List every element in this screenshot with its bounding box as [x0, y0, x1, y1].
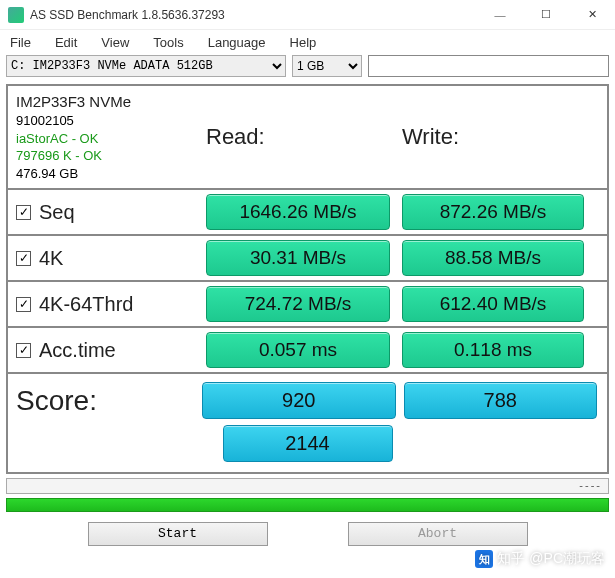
menu-edit[interactable]: Edit [55, 35, 77, 50]
title-bar: AS SSD Benchmark 1.8.5636.37293 — ☐ ✕ [0, 0, 615, 30]
results-panel: IM2P33F3 NVMe 91002105 iaStorAC - OK 797… [6, 84, 609, 474]
menu-bar: File Edit View Tools Language Help [0, 30, 615, 54]
device-name: IM2P33F3 NVMe [16, 92, 131, 112]
header-read: Read: [206, 124, 265, 150]
4k64-label: 4K-64Thrd [39, 293, 134, 316]
progress-area: ---- [6, 478, 609, 512]
size-select[interactable]: 1 GB [292, 55, 362, 77]
menu-file[interactable]: File [10, 35, 31, 50]
score-read: 920 [202, 382, 396, 419]
acc-checkbox[interactable]: ✓ [16, 343, 31, 358]
toolbar: C: IM2P33F3 NVMe ADATA 512GB 1 GB [0, 54, 615, 82]
menu-tools[interactable]: Tools [153, 35, 183, 50]
device-serial: 91002105 [16, 112, 74, 130]
start-button[interactable]: Start [88, 522, 268, 546]
4k-read: 30.31 MB/s [206, 240, 390, 276]
minimize-button[interactable]: — [477, 0, 523, 30]
menu-view[interactable]: View [101, 35, 129, 50]
maximize-button[interactable]: ☐ [523, 0, 569, 30]
score-row: Score: 920 788 2144 [8, 374, 607, 472]
seq-read: 1646.26 MB/s [206, 194, 390, 230]
device-info: IM2P33F3 NVMe 91002105 iaStorAC - OK 797… [8, 86, 200, 188]
4k-checkbox[interactable]: ✓ [16, 251, 31, 266]
zhihu-icon: 知 [475, 550, 493, 568]
header-write: Write: [402, 124, 459, 150]
4k64-write: 612.40 MB/s [402, 286, 584, 322]
seq-label: Seq [39, 201, 75, 224]
abort-button: Abort [348, 522, 528, 546]
progress-text: ---- [579, 479, 602, 491]
4k-write: 88.58 MB/s [402, 240, 584, 276]
window-title: AS SSD Benchmark 1.8.5636.37293 [30, 8, 477, 22]
4k64-read: 724.72 MB/s [206, 286, 390, 322]
acc-label: Acc.time [39, 339, 116, 362]
device-capacity: 476.94 GB [16, 165, 78, 183]
4k-label: 4K [39, 247, 63, 270]
button-row: Start Abort [0, 522, 615, 546]
device-driver: iaStorAC - OK [16, 130, 98, 148]
progress-bar-detail: ---- [6, 478, 609, 494]
seq-checkbox[interactable]: ✓ [16, 205, 31, 220]
4k64-checkbox[interactable]: ✓ [16, 297, 31, 312]
watermark: 知 知乎 @PC潮玩客 [475, 550, 605, 568]
filter-input[interactable] [368, 55, 609, 77]
score-total: 2144 [223, 425, 393, 462]
acc-write: 0.118 ms [402, 332, 584, 368]
app-icon [8, 7, 24, 23]
menu-language[interactable]: Language [208, 35, 266, 50]
menu-help[interactable]: Help [290, 35, 317, 50]
acc-read: 0.057 ms [206, 332, 390, 368]
score-write: 788 [404, 382, 598, 419]
progress-bar-overall [6, 498, 609, 512]
device-alignment: 797696 K - OK [16, 147, 102, 165]
watermark-text: 知乎 @PC潮玩客 [497, 550, 605, 568]
close-button[interactable]: ✕ [569, 0, 615, 30]
drive-select[interactable]: C: IM2P33F3 NVMe ADATA 512GB [6, 55, 286, 77]
seq-write: 872.26 MB/s [402, 194, 584, 230]
score-label: Score: [14, 385, 198, 417]
